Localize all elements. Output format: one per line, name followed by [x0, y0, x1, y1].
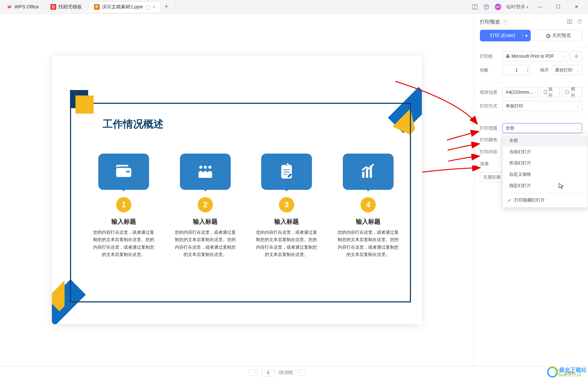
- print-dropdown-toggle[interactable]: ▾: [522, 33, 531, 38]
- panel-title: 打印预览: [480, 19, 500, 25]
- print-button[interactable]: 打印 (Enter) ▾: [480, 30, 531, 41]
- page-input[interactable]: 8: [262, 369, 275, 376]
- card-1: 1 输入标题 您的内容打在这里，或者通过复制您的文本后复制在这里。您的内容打在这…: [92, 154, 156, 258]
- tab-divider: |: [172, 4, 178, 10]
- order-value: 逐份打印: [555, 67, 572, 73]
- preview-canvas: 工作情况概述 1 输入标题 您的内容打在这里，或者通过复制您的文本后复制在这里。…: [0, 14, 474, 366]
- svg-rect-5: [362, 172, 364, 178]
- card-number: 2: [198, 197, 213, 212]
- cube-icon[interactable]: [483, 4, 490, 10]
- card-title: 输入标题: [255, 217, 319, 226]
- duplex-label: 打印方式: [480, 103, 502, 109]
- card-icon-clipboard: [261, 154, 312, 190]
- mouse-cursor: [558, 183, 565, 189]
- printer-settings-button[interactable]: [571, 51, 582, 61]
- header-footer-button[interactable]: 页眉页脚: [480, 172, 504, 182]
- paper-select[interactable]: A4(210mmx... ⌵: [502, 87, 538, 97]
- copies-label: 份数: [480, 67, 502, 73]
- paper-value: A4(210mmx...: [506, 90, 533, 95]
- user-avatar[interactable]: WP: [495, 4, 501, 10]
- login-button[interactable]: 临时登录 ▾: [506, 4, 529, 10]
- printer-icon: 🖶: [506, 54, 510, 59]
- card-4: 4 输入标题 您的内容打在这里，或者通过复制您的文本后复制在这里。您的内容打在这…: [336, 154, 400, 258]
- dropdown-item-print-hidden[interactable]: ✓ 打印隐藏幻灯片: [503, 195, 588, 206]
- print-hidden-label: 打印隐藏幻灯片: [514, 197, 545, 203]
- card-3: 3 输入标题 您的内容打在这里，或者通过复制您的文本后复制在这里。您的内容打在这…: [255, 154, 319, 258]
- orientation-landscape-label: 横向: [571, 86, 579, 98]
- svg-rect-10: [570, 20, 572, 24]
- close-button[interactable]: ✕: [570, 4, 583, 9]
- range-value: 全部: [506, 125, 514, 131]
- range-label: 打印范围: [480, 125, 502, 131]
- wps-icon: W: [7, 4, 12, 10]
- order-select[interactable]: 逐份打印 ⌵: [552, 65, 582, 75]
- card-row: 1 输入标题 您的内容打在这里，或者通过复制您的文本后复制在这里。您的内容打在这…: [92, 154, 400, 258]
- dropdown-item-custom[interactable]: 自定义放映: [503, 169, 588, 180]
- settings-icon[interactable]: [567, 19, 572, 25]
- svg-point-2: [199, 166, 202, 168]
- svg-point-11: [576, 56, 577, 57]
- options-label: 选项: [480, 161, 502, 167]
- print-button-label: 打印 (Enter): [484, 32, 522, 39]
- print-range-dropdown: 全部 当前幻灯片 所选幻灯片 自定义放映 指定幻灯片 ✓ 打印隐藏幻灯片: [502, 133, 588, 208]
- panel-header: 打印预览 ?: [474, 14, 588, 30]
- card-title: 输入标题: [336, 217, 400, 226]
- decoration: [75, 95, 94, 114]
- help-icon[interactable]: ?: [502, 20, 507, 25]
- dropdown-item-all[interactable]: 全部: [503, 135, 588, 146]
- watermark-logo-icon: [547, 367, 558, 378]
- printer-value: Microsoft Print to PDF: [511, 54, 554, 59]
- svg-point-4: [208, 166, 211, 168]
- duplex-select[interactable]: 单面打印 ⌵: [502, 101, 582, 111]
- tab-templates[interactable]: D 找稻壳模板: [45, 1, 87, 12]
- dropdown-item-selected[interactable]: 所选幻灯片: [503, 158, 588, 169]
- print-preview-panel: 打印预览 ? 打印 (Enter) ▾ ⏻ 关闭预览 打印机 🖶: [474, 14, 588, 366]
- card-2: 2 输入标题 您的内容打在这里，或者通过复制您的文本后复制在这里。您的内容打在这…: [173, 154, 238, 258]
- card-icon-wallet: [98, 154, 149, 190]
- chevron-down-icon: ⌵: [577, 126, 579, 130]
- dropdown-item-current[interactable]: 当前幻灯片: [503, 146, 588, 158]
- site-watermark: 极光下载站 www.xz7.com: [547, 367, 587, 378]
- card-number: 3: [279, 197, 294, 212]
- order-label: 顺序: [540, 67, 549, 73]
- color-label: 打印颜色: [480, 137, 502, 143]
- card-icon-people: [180, 154, 231, 190]
- slide-preview: 工作情况概述 1 输入标题 您的内容打在这里，或者通过复制您的文本后复制在这里。…: [52, 56, 422, 324]
- svg-rect-9: [568, 20, 570, 24]
- title-bar: W WPS Office D 找稻壳模板 P 演示文稿素材2.pptx ◯ ▾ …: [0, 0, 588, 14]
- card-text: 您的内容打在这里，或者通过复制您的文本后复制在这里。您的内容打在这里，或者通过复…: [336, 229, 400, 258]
- tab-more-icon[interactable]: ▾: [153, 4, 155, 10]
- refresh-icon[interactable]: [577, 19, 582, 25]
- maximize-button[interactable]: ☐: [552, 4, 565, 9]
- copies-input[interactable]: 1 ▲▼: [502, 65, 531, 75]
- tab-document[interactable]: P 演示文稿素材2.pptx ◯ ▾: [89, 1, 161, 12]
- printer-select[interactable]: 🖶Microsoft Print to PDF ⌵: [502, 51, 568, 61]
- copies-value: 1: [515, 68, 518, 73]
- orientation-portrait-button[interactable]: 纵向: [540, 87, 560, 97]
- svg-point-3: [204, 166, 207, 168]
- svg-rect-12: [544, 90, 547, 94]
- status-bar: 〈 8 /共29页 〉 108% ▾: [0, 366, 588, 379]
- new-tab-button[interactable]: +: [161, 3, 172, 11]
- next-page-button[interactable]: 〉: [297, 370, 306, 376]
- tab-wps-home[interactable]: W WPS Office: [1, 1, 44, 12]
- tab-label: 演示文稿素材2.pptx: [102, 4, 143, 10]
- slide-title: 工作情况概述: [103, 117, 164, 131]
- minimize-button[interactable]: —: [534, 4, 547, 9]
- dropdown-separator: [506, 193, 585, 193]
- card-text: 您的内容打在这里，或者通过复制您的文本后复制在这里。您的内容打在这里，或者通过复…: [92, 229, 156, 258]
- chevron-down-icon: ⌵: [577, 104, 579, 108]
- content-label: 打印内容: [480, 149, 502, 155]
- svg-rect-6: [366, 169, 368, 178]
- prev-page-button[interactable]: 〈: [249, 370, 258, 376]
- dropdown-item-specified[interactable]: 指定幻灯片: [503, 180, 588, 191]
- tab-label: WPS Office: [15, 4, 39, 9]
- orientation-landscape-button[interactable]: 横向: [562, 87, 582, 97]
- card-title: 输入标题: [173, 217, 238, 226]
- tab-status-icon: ◯: [145, 4, 151, 10]
- close-preview-button[interactable]: ⏻ 关闭预览: [534, 30, 582, 41]
- print-range-select[interactable]: 全部 ⌵: [502, 123, 582, 133]
- layout-icon[interactable]: [472, 4, 478, 10]
- page-total: /共29页: [279, 370, 293, 376]
- spin-down[interactable]: ▼: [527, 70, 529, 72]
